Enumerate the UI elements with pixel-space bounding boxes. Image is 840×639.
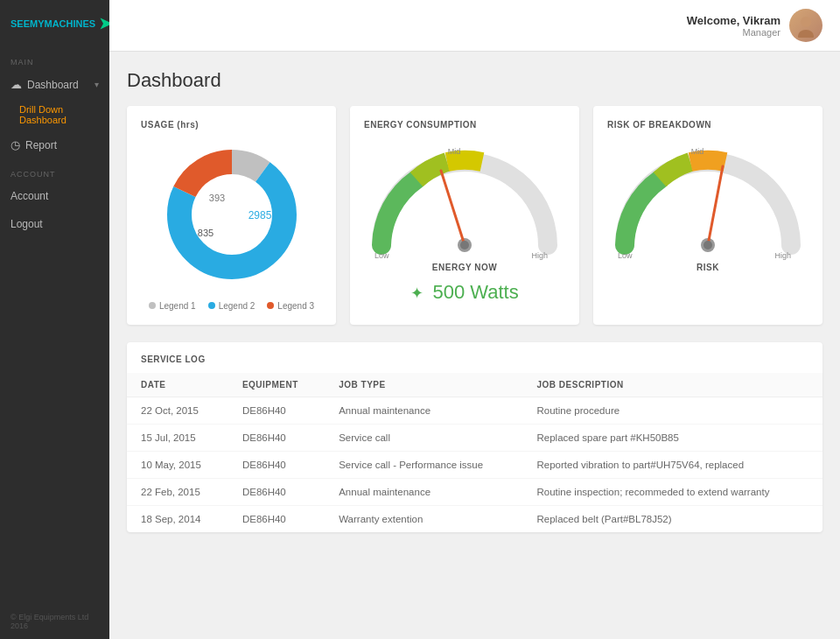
- spinning-dots-icon: ✦: [410, 284, 424, 303]
- svg-point-0: [801, 17, 811, 27]
- cell-job-type: Annual maintenance: [325, 479, 522, 506]
- svg-point-14: [460, 241, 469, 249]
- user-info: Welcome, Vikram Manager: [687, 9, 822, 42]
- energy-gauge-label: ENERGY NOW: [432, 263, 497, 272]
- legend-2: Legend 2: [208, 301, 256, 311]
- cards-row: USAGE (hrs) 393: [127, 106, 822, 325]
- sidebar-item-drilldown[interactable]: Drill Down Dashboard: [0, 99, 109, 130]
- logo-area: SEEMYMACHINES ➤: [0, 0, 109, 47]
- logo-text: SEEMYMACHINES: [10, 18, 95, 29]
- cell-description: Routine procedure: [523, 397, 822, 425]
- cell-date: 22 Feb, 2015: [127, 479, 228, 506]
- svg-point-20: [704, 241, 712, 249]
- breakdown-gauge-label: RISK: [696, 263, 719, 272]
- donut-chart: 393 2985 835: [158, 140, 306, 289]
- sidebar-item-logout-label: Logout: [10, 218, 43, 230]
- service-log-body: 22 Oct, 2015 DE86H40 Annual maintenance …: [127, 397, 822, 533]
- energy-card: ENERGY CONSUMPTION Low Mid: [350, 106, 579, 325]
- sidebar-item-account[interactable]: Account: [0, 182, 109, 210]
- dashboard-icon: ☁: [10, 78, 22, 91]
- cell-description: Reported vibration to part#UH75V64, repl…: [523, 452, 822, 479]
- svg-point-1: [798, 30, 814, 38]
- cell-description: Replaced belt (Part#BL78J52): [523, 506, 822, 533]
- energy-card-title: ENERGY CONSUMPTION: [364, 120, 565, 130]
- col-job-type: JOB TYPE: [325, 373, 522, 397]
- cell-equipment: DE86H40: [228, 506, 325, 533]
- svg-line-19: [708, 166, 723, 245]
- donut-wrapper: 393 2985 835: [158, 140, 306, 292]
- header: Welcome, Vikram Manager: [109, 0, 840, 52]
- donut-container: 393 2985 835: [141, 140, 322, 292]
- user-welcome: Welcome, Vikram: [687, 14, 780, 27]
- cell-description: Replaced spare part #KH50B85: [523, 425, 822, 452]
- section-main-label: MAIN: [0, 47, 109, 70]
- chevron-down-icon: ▾: [94, 80, 99, 89]
- svg-text:Mid: Mid: [448, 147, 461, 156]
- breakdown-gauge-container: Low Mid High RISK: [607, 140, 808, 277]
- breakdown-card: RISK OF BREAKDOWN Low Mid H: [593, 106, 822, 325]
- table-row: 22 Oct, 2015 DE86H40 Annual maintenance …: [127, 397, 822, 425]
- sidebar-item-report[interactable]: ◷ Report: [0, 130, 109, 159]
- legend-row: Legend 1 Legend 2 Legend 3: [141, 301, 322, 311]
- cell-date: 18 Sep, 2014: [127, 506, 228, 533]
- legend-3: Legend 3: [267, 301, 314, 311]
- sidebar-item-dashboard[interactable]: ☁ Dashboard ▾: [0, 70, 109, 99]
- avatar: [789, 9, 822, 42]
- svg-text:Mid: Mid: [691, 147, 704, 156]
- service-table: DATE EQUIPMENT JOB TYPE JOB DESCRIPTION …: [127, 373, 822, 532]
- energy-value: ✦ 500 Watts: [410, 281, 518, 304]
- section-account-label: ACCOUNT: [0, 159, 109, 182]
- energy-gauge-svg: Low Mid High: [364, 140, 565, 263]
- sidebar-item-logout[interactable]: Logout: [0, 210, 109, 238]
- cell-equipment: DE86H40: [228, 452, 325, 479]
- user-role: Manager: [687, 27, 780, 38]
- svg-text:Low: Low: [374, 251, 389, 260]
- usage-card: USAGE (hrs) 393: [127, 106, 336, 325]
- table-header-row: DATE EQUIPMENT JOB TYPE JOB DESCRIPTION: [127, 373, 822, 397]
- svg-text:835: 835: [197, 228, 213, 238]
- breakdown-gauge-svg: Low Mid High: [607, 140, 808, 263]
- cell-equipment: DE86H40: [228, 397, 325, 425]
- sidebar-item-report-label: Report: [25, 139, 57, 151]
- sidebar-footer: © Elgi Equipments Ltd 2016: [0, 604, 109, 639]
- svg-text:2985: 2985: [248, 209, 271, 221]
- svg-line-13: [441, 171, 465, 245]
- energy-gauge-container: Low Mid High ENERGY NOW ✦ 500 Watts: [364, 140, 565, 304]
- cell-job-type: Annual maintenance: [325, 397, 522, 425]
- col-equipment: EQUIPMENT: [228, 373, 325, 397]
- cell-equipment: DE86H40: [228, 479, 325, 506]
- cell-job-type: Warranty extention: [325, 506, 522, 533]
- sidebar-item-dashboard-label: Dashboard: [27, 79, 79, 91]
- col-job-description: JOB DESCRIPTION: [523, 373, 822, 397]
- sidebar-item-drilldown-label: Drill Down Dashboard: [19, 104, 99, 125]
- col-date: DATE: [127, 373, 228, 397]
- service-log-card: SERVICE LOG DATE EQUIPMENT JOB TYPE JOB …: [127, 342, 822, 532]
- cell-date: 10 May, 2015: [127, 452, 228, 479]
- avatar-icon: [794, 13, 818, 38]
- svg-text:High: High: [774, 251, 791, 260]
- cell-job-type: Service call: [325, 425, 522, 452]
- cell-equipment: DE86H40: [228, 425, 325, 452]
- logo: SEEMYMACHINES ➤: [10, 14, 99, 33]
- svg-text:High: High: [531, 251, 548, 260]
- svg-text:Low: Low: [618, 251, 633, 260]
- report-icon: ◷: [10, 138, 20, 151]
- page-title: Dashboard: [127, 69, 822, 92]
- table-row: 10 May, 2015 DE86H40 Service call - Perf…: [127, 452, 822, 479]
- legend-1: Legend 1: [149, 301, 196, 311]
- service-log-title: SERVICE LOG: [127, 342, 822, 373]
- main-content: Welcome, Vikram Manager Dashboard USAGE …: [109, 0, 840, 639]
- table-row: 15 Jul, 2015 DE86H40 Service call Replac…: [127, 425, 822, 452]
- breakdown-card-title: RISK OF BREAKDOWN: [607, 120, 808, 130]
- usage-card-title: USAGE (hrs): [141, 120, 322, 130]
- table-row: 22 Feb, 2015 DE86H40 Annual maintenance …: [127, 479, 822, 506]
- cell-date: 15 Jul, 2015: [127, 425, 228, 452]
- svg-text:393: 393: [208, 193, 224, 203]
- cell-description: Routine inspection; recommeded to extend…: [523, 479, 822, 506]
- cell-date: 22 Oct, 2015: [127, 397, 228, 425]
- table-row: 18 Sep, 2014 DE86H40 Warranty extention …: [127, 506, 822, 533]
- sidebar-item-account-label: Account: [10, 190, 48, 202]
- cell-job-type: Service call - Performance issue: [325, 452, 522, 479]
- content: Dashboard USAGE (hrs): [109, 52, 840, 639]
- sidebar: SEEMYMACHINES ➤ MAIN ☁ Dashboard ▾ Drill…: [0, 0, 109, 639]
